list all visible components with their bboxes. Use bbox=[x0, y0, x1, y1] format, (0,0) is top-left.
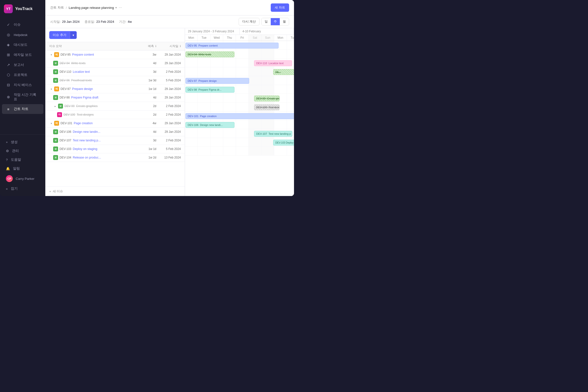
issue-title[interactable]: Test new landing p... bbox=[73, 139, 139, 142]
new-chart-button[interactable]: 새 차트 bbox=[271, 4, 289, 12]
issue-start: 29 Jan 2024 bbox=[156, 53, 181, 56]
sidebar-item-projects[interactable]: ⬡ 프로젝트 bbox=[2, 70, 43, 80]
collapse-icon: « bbox=[6, 187, 8, 190]
view-month-button[interactable]: 월 bbox=[280, 18, 289, 25]
issue-title[interactable]: Prepare Figma draft bbox=[71, 96, 139, 99]
issue-title[interactable]: Localize text bbox=[73, 70, 139, 74]
expand-icon[interactable]: ▸ bbox=[53, 104, 57, 108]
issue-estimate: 1w 1d bbox=[139, 87, 156, 91]
view-week-button[interactable]: 주 bbox=[271, 18, 280, 25]
sidebar-item-agile[interactable]: ⊞ 애자일 보드 bbox=[2, 50, 43, 60]
gantt-bar[interactable]: DEV-97 Prepare design bbox=[186, 78, 249, 84]
gantt-bar[interactable]: DEV-101 Page creation bbox=[186, 113, 294, 119]
issue-id[interactable]: DEV-107 bbox=[60, 139, 71, 142]
table-row: ▸ 보 DEV-99 Create graphics 2d 2 Feb 2024 bbox=[45, 102, 185, 110]
issue-badge: 보 bbox=[53, 138, 58, 143]
notifications-button[interactable]: 🔔 알림 bbox=[2, 164, 43, 173]
issue-title[interactable]: Deploy on staging bbox=[73, 147, 139, 151]
gantt-icon: ≡ bbox=[6, 106, 11, 112]
create-button[interactable]: + 생성 bbox=[2, 138, 43, 146]
issue-id[interactable]: DEV-106 bbox=[60, 130, 71, 134]
gantt-bar[interactable]: DE... bbox=[273, 69, 294, 75]
issue-title[interactable]: Design new landin... bbox=[73, 130, 139, 134]
plus-icon: + bbox=[6, 140, 8, 144]
gantt-bar[interactable]: DEV-110 Localize text bbox=[254, 60, 292, 66]
issue-estimate: 1w 2d bbox=[139, 156, 156, 159]
recalculate-button[interactable]: 다시 계산 bbox=[239, 18, 260, 26]
issue-title[interactable]: Prepare content bbox=[72, 53, 139, 56]
issue-start: 5 Feb 2024 bbox=[156, 147, 181, 151]
issue-id[interactable]: DEV-98 bbox=[60, 96, 70, 99]
top-bar: 간트 차트 / Landing page release planning ▾ … bbox=[45, 0, 294, 16]
col-start-header: 시작일 ℹ bbox=[156, 44, 181, 48]
issue-id[interactable]: DEV-104 bbox=[60, 156, 71, 159]
gantt-bar[interactable]: DEV-103 Deploy on staging bbox=[273, 140, 294, 146]
collapse-sidebar-button[interactable]: « 접기 bbox=[2, 184, 43, 193]
issue-title[interactable]: Page creation bbox=[74, 122, 139, 125]
gantt-bar[interactable]: DEV-98 Prepare Figma dr... bbox=[186, 87, 234, 92]
sidebar-item-timelog[interactable]: ⊗ 작업 시간 기록표 bbox=[2, 90, 43, 104]
project-name: Landing page release planning bbox=[68, 6, 114, 10]
gantt-day: Wed bbox=[210, 35, 223, 41]
sidebar-item-knowledge[interactable]: ⊟ 지식 베이스 bbox=[2, 80, 43, 90]
issue-estimate: 3w bbox=[139, 53, 156, 56]
gantt-day: Fri bbox=[236, 35, 249, 41]
issue-id[interactable]: DEV-97 bbox=[60, 87, 70, 91]
issue-id[interactable]: DEV-110 bbox=[60, 70, 71, 74]
manage-button[interactable]: ⚙ 관리 bbox=[2, 146, 43, 155]
issue-title[interactable]: Release on produc... bbox=[73, 156, 139, 159]
help-button[interactable]: ? 도움말 bbox=[2, 155, 43, 164]
view-day-button[interactable]: 일 bbox=[262, 18, 271, 25]
gantt-bar[interactable]: DEV-100 Test designs bbox=[254, 104, 280, 110]
issue-id[interactable]: DEV-103 bbox=[60, 147, 71, 151]
plus-icon: + bbox=[49, 190, 51, 193]
gantt-bar[interactable]: DEV-107 Test new landing p bbox=[254, 131, 292, 137]
issue-id[interactable]: DEV-100 bbox=[64, 113, 75, 116]
gantt-row: DEV-110 Localize text bbox=[185, 58, 294, 68]
user-profile[interactable]: CP Carry Parker bbox=[2, 173, 43, 184]
issue-title: Create graphics bbox=[76, 104, 139, 108]
issue-id[interactable]: DEV-101 bbox=[60, 122, 72, 125]
breadcrumb-root[interactable]: 간트 차트 bbox=[50, 6, 64, 10]
projects-icon: ⬡ bbox=[6, 72, 11, 78]
add-issue-dropdown-icon[interactable]: ▾ bbox=[70, 32, 77, 39]
table-row: 보 DEV-107 Test new landing p... 3d 2 Feb… bbox=[45, 136, 185, 145]
issue-badge: 보 bbox=[58, 104, 63, 108]
chevron-down-icon[interactable]: ▾ bbox=[116, 6, 117, 9]
start-info-icon[interactable]: ℹ bbox=[180, 44, 181, 48]
gantt-bar[interactable]: DEV-94 Write texts bbox=[186, 52, 234, 57]
add-new-issue-button[interactable]: + 새 이슈 bbox=[45, 186, 185, 196]
sidebar-item-issues[interactable]: ✓ 이슈 bbox=[2, 20, 43, 30]
issue-id[interactable]: DEV-94 bbox=[60, 62, 70, 65]
gantt-bar[interactable]: DEV-95 Prepare content bbox=[186, 43, 278, 48]
col-issue-header: 이슈 요약 bbox=[49, 44, 139, 48]
issue-id[interactable]: DEV-95 bbox=[60, 53, 70, 56]
expand-icon[interactable]: ▾ bbox=[49, 87, 53, 91]
issue-id[interactable]: DEV-99 bbox=[64, 104, 74, 108]
sidebar-item-helpdesk[interactable]: ◎ Helpdesk bbox=[2, 30, 43, 40]
gantt-bar[interactable]: DEV-106 Design new landi... bbox=[186, 122, 234, 128]
help-icon: ? bbox=[6, 158, 8, 162]
sidebar-item-reports[interactable]: ↗ 보고서 bbox=[2, 60, 43, 70]
table-row: ▾ 메 DEV-95 Prepare content 3w 29 Jan 202… bbox=[45, 50, 185, 59]
table-row: 보 DEV-94 Write texts 4d 29 Jan 2024 bbox=[45, 59, 185, 68]
issue-id[interactable]: DEV-96 bbox=[60, 79, 70, 82]
add-issue-button[interactable]: 이슈 추가 ▾ bbox=[49, 31, 77, 39]
gantt-row: DEV-103 Deploy on staging bbox=[185, 138, 294, 147]
issue-badge: 메 bbox=[54, 86, 59, 92]
sidebar-item-dashboard[interactable]: ◈ 대시보드 bbox=[2, 40, 43, 50]
logo-icon: YT bbox=[4, 4, 13, 13]
gantt-bar[interactable]: DEV-99 Create graphics bbox=[254, 96, 280, 102]
gantt-day: Tue bbox=[198, 35, 210, 41]
more-options-icon[interactable]: ··· bbox=[119, 6, 122, 10]
gantt-row: DEV-106 Design new landi... bbox=[185, 120, 294, 129]
sidebar-item-gantt[interactable]: ≡ 간트 차트 bbox=[2, 104, 43, 114]
gantt-day: Tue bbox=[287, 35, 294, 41]
issue-title[interactable]: Prepare design bbox=[72, 87, 139, 91]
breadcrumb-separator: / bbox=[66, 6, 67, 10]
issue-badge: 보 bbox=[53, 129, 58, 134]
expand-icon[interactable]: ▾ bbox=[49, 121, 53, 125]
content-area: 이슈 추가 ▾ 이슈 요약 예측 ℹ 시작일 ℹ bbox=[45, 28, 294, 196]
table-row: 보 DEV-98 Prepare Figma draft 4d 29 Jan 2… bbox=[45, 93, 185, 102]
expand-icon[interactable]: ▾ bbox=[49, 53, 53, 56]
